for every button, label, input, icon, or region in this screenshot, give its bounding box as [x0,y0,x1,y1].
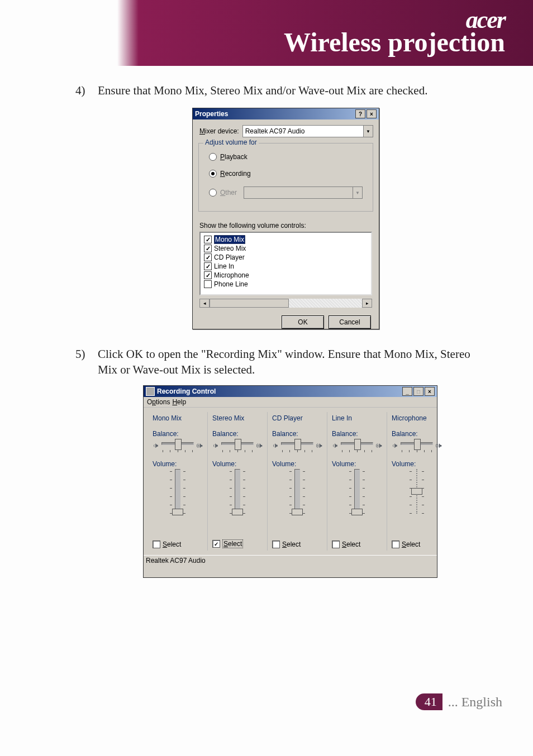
speaker-right-icon: 🕪 [375,442,382,449]
list-item-label: Mono Mix [214,235,245,244]
checkbox-icon[interactable]: ✓ [204,253,212,261]
list-item-label: Microphone [214,271,249,279]
checkbox-icon[interactable] [272,540,280,548]
dropdown-arrow-icon[interactable]: ▼ [363,126,373,137]
volume-label: Volume: [153,460,177,468]
properties-titlebar[interactable]: Properties ? × [193,108,379,119]
help-button[interactable]: ? [355,109,365,118]
footer-language: ... English [448,695,502,710]
page-number-badge: 41 [416,693,442,710]
checkbox-icon[interactable]: ✓ [204,236,212,243]
balance-slider[interactable]: 🕩 🕪 [212,439,263,452]
volume-label: Volume: [332,460,356,468]
step-5-number: 5) [75,346,85,362]
app-icon [146,387,155,396]
speaker-left-icon: 🕩 [392,442,398,449]
list-item-label: CD Player [214,253,245,261]
speaker-left-icon: 🕩 [212,442,219,449]
radio-icon [209,170,217,178]
close-button[interactable]: × [425,387,435,396]
speaker-left-icon: 🕩 [272,442,279,449]
scroll-thumb[interactable] [210,299,289,308]
adjust-volume-groupbox: Adjust volume for Playback Recording Oth… [198,143,373,212]
volume-slider[interactable] [349,469,365,517]
mixer-device-combo[interactable]: Realtek AC97 Audio ▼ [242,125,373,137]
checkbox-icon[interactable]: ✓ [204,245,212,252]
radio-other: Other ▼ [199,182,373,203]
checkbox-icon[interactable] [392,540,399,548]
checkbox-icon[interactable]: ✓ [204,262,212,270]
channel-name: Mono Mix [153,414,182,422]
other-combo: ▼ [244,186,363,199]
checkbox-icon[interactable]: ✓ [212,540,220,548]
channel-mono-mix: Mono Mix Balance: 🕩 🕪 Volume: Select [148,412,208,551]
speaker-right-icon: 🕪 [256,442,263,449]
list-item-phone-line[interactable]: Phone Line [203,280,369,289]
volume-slider[interactable] [289,469,305,517]
volume-slider[interactable] [170,469,185,517]
balance-label: Balance: [272,430,298,438]
properties-dialog: Properties ? × Mixer device: Realtek AC9… [192,108,379,329]
volume-slider[interactable] [230,469,245,517]
list-item-label: Phone Line [214,280,248,288]
close-button[interactable]: × [367,109,377,118]
recording-title: Recording Control [157,387,216,395]
checkbox-icon[interactable] [204,280,212,288]
volume-controls-list[interactable]: ✓ Mono Mix ✓ Stereo Mix ✓ CD Player ✓ Li… [199,232,372,295]
minimize-button[interactable]: _ [402,387,412,396]
list-item-mono-mix[interactable]: ✓ Mono Mix [203,235,369,244]
show-controls-label: Show the following volume controls: [193,217,379,232]
speaker-left-icon: 🕩 [153,442,159,449]
recording-titlebar[interactable]: Recording Control _ □ × [144,386,437,397]
scroll-left-button[interactable]: ◂ [199,299,210,308]
scroll-track[interactable] [289,299,362,308]
checkbox-icon[interactable]: ✓ [204,271,212,279]
status-bar: Realtek AC97 Audio [144,555,437,566]
list-item-microphone[interactable]: ✓ Microphone [203,271,369,280]
balance-slider[interactable]: 🕩 🕪 [392,439,442,452]
select-checkbox-row[interactable]: Select [392,540,420,548]
volume-label: Volume: [272,460,296,468]
header-banner: acer Wireless projection [0,0,533,66]
balance-slider[interactable]: 🕩 🕪 [153,439,203,452]
select-checkbox-row[interactable]: Select [332,540,360,548]
adjust-volume-label: Adjust volume for [203,138,259,146]
horizontal-scrollbar[interactable]: ◂ ▸ [199,299,372,308]
list-item-label: Stereo Mix [214,245,246,252]
checkbox-icon[interactable] [153,540,160,548]
dropdown-arrow-icon: ▼ [353,187,362,198]
speaker-right-icon: 🕪 [196,442,203,449]
list-item-line-in[interactable]: ✓ Line In [203,262,369,271]
page-footer: 41 ... English [416,693,502,710]
ok-button[interactable]: OK [282,315,324,329]
volume-slider[interactable] [410,469,424,517]
channels-container: Mono Mix Balance: 🕩 🕪 Volume: Select Ste… [144,408,437,555]
speaker-right-icon: 🕪 [435,442,442,449]
cancel-button[interactable]: Cancel [329,315,371,329]
list-item-cd-player[interactable]: ✓ CD Player [203,253,369,262]
menu-options[interactable]: Options [147,398,170,406]
balance-slider[interactable]: 🕩 🕪 [272,439,322,452]
balance-slider[interactable]: 🕩 🕪 [332,439,382,452]
channel-name: Line In [332,414,352,422]
checkbox-icon[interactable] [332,540,340,548]
select-checkbox-row[interactable]: ✓ Select [212,539,243,548]
maximize-button: □ [413,387,423,396]
channel-name: Microphone [392,414,427,422]
radio-icon [209,153,217,161]
radio-playback[interactable]: Playback [199,149,373,165]
balance-label: Balance: [212,430,239,438]
properties-title: Properties [195,110,228,118]
select-checkbox-row[interactable]: Select [153,540,181,548]
radio-icon [209,189,217,197]
channel-line-in: Line In Balance: 🕩 🕪 Volume: Select [327,412,387,551]
select-checkbox-row[interactable]: Select [272,540,301,548]
scroll-right-button[interactable]: ▸ [362,299,372,308]
step-4-number: 4) [75,83,85,98]
step-5: 5) Click OK to open the "Recording Mix" … [98,346,489,378]
menubar: Options Help [144,397,437,408]
list-item-stereo-mix[interactable]: ✓ Stereo Mix [203,244,369,253]
menu-help[interactable]: Help [172,398,186,406]
page-heading: Wireless projection [284,27,505,58]
radio-recording[interactable]: Recording [199,165,373,182]
